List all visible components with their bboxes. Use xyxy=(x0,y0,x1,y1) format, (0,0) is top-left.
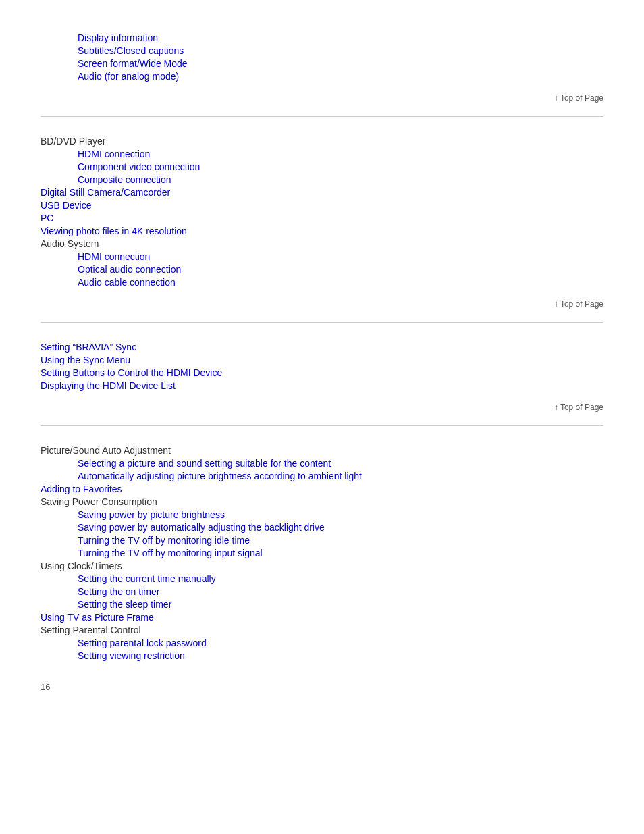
section-1-content: Display information Subtitles/Closed cap… xyxy=(41,26,603,88)
list-item[interactable]: Saving power by picture brightness xyxy=(41,509,603,520)
page-number-text: 16 xyxy=(41,682,50,692)
list-item[interactable]: Automatically adjusting picture brightne… xyxy=(41,471,603,481)
list-item[interactable]: Selecting a picture and sound setting su… xyxy=(41,458,603,469)
top-of-page-link-2[interactable]: ↑ Top of Page xyxy=(554,299,603,309)
current-time-link[interactable]: Setting the current time manually xyxy=(78,573,603,584)
tv-off-idle-link[interactable]: Turning the TV off by monitoring idle ti… xyxy=(78,535,603,546)
viewing-restriction-link[interactable]: Setting viewing restriction xyxy=(78,650,603,661)
saving-power-title: Saving Power Consumption xyxy=(41,496,157,507)
tv-picture-frame-link[interactable]: Using TV as Picture Frame xyxy=(41,612,603,623)
list-item[interactable]: Subtitles/Closed captions xyxy=(41,45,603,56)
auto-brightness-link[interactable]: Automatically adjusting picture brightne… xyxy=(78,471,603,481)
composite-connection-link[interactable]: Composite connection xyxy=(78,174,603,185)
list-item[interactable]: USB Device xyxy=(41,200,603,211)
display-information-link[interactable]: Display information xyxy=(78,32,603,43)
list-item[interactable]: Composite connection xyxy=(41,174,603,185)
section-1: Display information Subtitles/Closed cap… xyxy=(41,14,603,117)
list-item[interactable]: Optical audio connection xyxy=(41,264,603,275)
page-number: 16 xyxy=(41,674,603,692)
top-of-page-arrow-1: ↑ xyxy=(554,93,558,103)
list-item: Setting Parental Control xyxy=(41,625,603,635)
sleep-timer-link[interactable]: Setting the sleep timer xyxy=(78,599,603,610)
parental-control-title: Setting Parental Control xyxy=(41,625,141,635)
section-2: BD/DVD Player HDMI connection Component … xyxy=(41,117,603,323)
usb-device-link[interactable]: USB Device xyxy=(41,200,603,211)
list-item[interactable]: HDMI connection xyxy=(41,251,603,262)
list-item[interactable]: PC xyxy=(41,213,603,224)
picture-sound-auto-title: Picture/Sound Auto Adjustment xyxy=(41,445,171,456)
audio-analog-link[interactable]: Audio (for analog mode) xyxy=(78,71,603,82)
top-of-page-link-3[interactable]: ↑ Top of Page xyxy=(554,402,603,412)
top-of-page-row-1: ↑ Top of Page xyxy=(41,88,603,109)
component-video-link[interactable]: Component video connection xyxy=(78,161,603,172)
list-item[interactable]: Viewing photo files in 4K resolution xyxy=(41,226,603,236)
saving-power-brightness-link[interactable]: Saving power by picture brightness xyxy=(78,509,603,520)
top-of-page-row-2: ↑ Top of Page xyxy=(41,294,603,315)
pc-link[interactable]: PC xyxy=(41,213,603,224)
list-item[interactable]: Saving power by automatically adjusting … xyxy=(41,522,603,533)
section-3-content: Setting “BRAVIA” Sync Using the Sync Men… xyxy=(41,335,603,397)
list-item[interactable]: Setting the current time manually xyxy=(41,573,603,584)
screen-format-link[interactable]: Screen format/Wide Mode xyxy=(78,58,603,69)
top-of-page-label-1: Top of Page xyxy=(560,93,603,103)
top-of-page-label-3: Top of Page xyxy=(560,402,603,412)
bravia-sync-link[interactable]: Setting “BRAVIA” Sync xyxy=(41,342,603,353)
list-item: Using Clock/Timers xyxy=(41,561,603,571)
top-of-page-arrow-2: ↑ xyxy=(554,299,558,309)
list-item[interactable]: Turning the TV off by monitoring idle ti… xyxy=(41,535,603,546)
list-item[interactable]: Using the Sync Menu xyxy=(41,355,603,365)
list-item[interactable]: Component video connection xyxy=(41,161,603,172)
list-item[interactable]: Audio cable connection xyxy=(41,277,603,288)
list-item: Audio System xyxy=(41,238,603,249)
saving-power-backlight-link[interactable]: Saving power by automatically adjusting … xyxy=(78,522,603,533)
section-4-content: Picture/Sound Auto Adjustment Selecting … xyxy=(41,438,603,667)
section-3: Setting “BRAVIA” Sync Using the Sync Men… xyxy=(41,323,603,426)
list-item[interactable]: Adding to Favorites xyxy=(41,484,603,494)
list-item[interactable]: Digital Still Camera/Camcorder xyxy=(41,187,603,198)
list-item[interactable]: Setting viewing restriction xyxy=(41,650,603,661)
parental-lock-password-link[interactable]: Setting parental lock password xyxy=(78,637,603,648)
section-2-content: BD/DVD Player HDMI connection Component … xyxy=(41,129,603,294)
digital-still-camera-link[interactable]: Digital Still Camera/Camcorder xyxy=(41,187,603,198)
list-item[interactable]: Using TV as Picture Frame xyxy=(41,612,603,623)
list-item[interactable]: Setting “BRAVIA” Sync xyxy=(41,342,603,353)
list-item[interactable]: Setting the on timer xyxy=(41,586,603,597)
top-of-page-arrow-3: ↑ xyxy=(554,402,558,412)
list-item: Picture/Sound Auto Adjustment xyxy=(41,445,603,456)
hdmi-device-list-link[interactable]: Displaying the HDMI Device List xyxy=(41,380,603,391)
subtitles-link[interactable]: Subtitles/Closed captions xyxy=(78,45,603,56)
list-item[interactable]: Displaying the HDMI Device List xyxy=(41,380,603,391)
audio-cable-link[interactable]: Audio cable connection xyxy=(78,277,603,288)
sync-menu-link[interactable]: Using the Sync Menu xyxy=(41,355,603,365)
list-item: Saving Power Consumption xyxy=(41,496,603,507)
hdmi-connection-link-2[interactable]: HDMI connection xyxy=(78,251,603,262)
section-4: Picture/Sound Auto Adjustment Selecting … xyxy=(41,426,603,674)
bd-dvd-title: BD/DVD Player xyxy=(41,136,105,147)
top-of-page-link-1[interactable]: ↑ Top of Page xyxy=(554,93,603,103)
page-container: Display information Subtitles/Closed cap… xyxy=(0,0,644,706)
audio-system-title: Audio System xyxy=(41,238,99,249)
adding-favorites-link[interactable]: Adding to Favorites xyxy=(41,484,603,494)
list-item[interactable]: HDMI connection xyxy=(41,149,603,159)
hdmi-connection-link-1[interactable]: HDMI connection xyxy=(78,149,603,159)
on-timer-link[interactable]: Setting the on timer xyxy=(78,586,603,597)
optical-audio-link[interactable]: Optical audio connection xyxy=(78,264,603,275)
viewing-photo-4k-link[interactable]: Viewing photo files in 4K resolution xyxy=(41,226,603,236)
list-item: BD/DVD Player xyxy=(41,136,603,147)
setting-buttons-hdmi-link[interactable]: Setting Buttons to Control the HDMI Devi… xyxy=(41,367,603,378)
list-item[interactable]: Display information xyxy=(41,32,603,43)
list-item[interactable]: Setting the sleep timer xyxy=(41,599,603,610)
top-of-page-row-3: ↑ Top of Page xyxy=(41,397,603,419)
clock-timers-title: Using Clock/Timers xyxy=(41,561,122,571)
list-item[interactable]: Turning the TV off by monitoring input s… xyxy=(41,548,603,558)
top-of-page-label-2: Top of Page xyxy=(560,299,603,309)
tv-off-input-signal-link[interactable]: Turning the TV off by monitoring input s… xyxy=(78,548,603,558)
list-item[interactable]: Audio (for analog mode) xyxy=(41,71,603,82)
list-item[interactable]: Setting Buttons to Control the HDMI Devi… xyxy=(41,367,603,378)
list-item[interactable]: Setting parental lock password xyxy=(41,637,603,648)
picture-sound-setting-link[interactable]: Selecting a picture and sound setting su… xyxy=(78,458,603,469)
list-item[interactable]: Screen format/Wide Mode xyxy=(41,58,603,69)
